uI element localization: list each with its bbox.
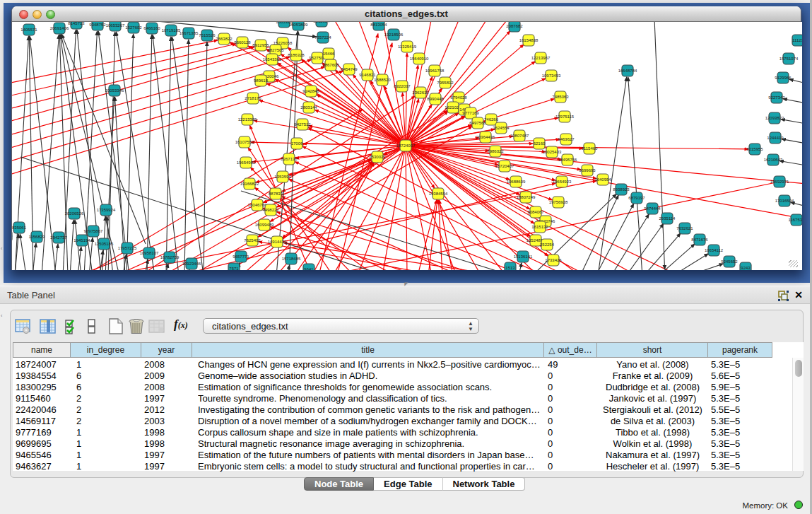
- svg-text:16154838: 16154838: [519, 38, 539, 42]
- svg-text:8511304: 8511304: [314, 22, 331, 23]
- svg-text:2935114: 2935114: [659, 216, 676, 221]
- svg-text:19384554: 19384554: [429, 192, 448, 196]
- svg-text:8186328: 8186328: [288, 53, 305, 57]
- svg-text:1513: 1513: [505, 266, 515, 270]
- svg-text:10958107: 10958107: [140, 251, 159, 255]
- svg-text:8813054: 8813054: [370, 23, 387, 27]
- svg-text:12093822: 12093822: [765, 116, 784, 120]
- svg-text:9084067: 9084067: [527, 210, 544, 214]
- svg-text:9777169: 9777169: [462, 111, 479, 115]
- svg-text:16053809: 16053809: [289, 23, 308, 27]
- svg-text:10807487: 10807487: [510, 134, 529, 138]
- svg-text:8267130: 8267130: [281, 157, 298, 161]
- svg-text:8912955: 8912955: [252, 43, 269, 47]
- svg-text:2942737: 2942737: [50, 235, 67, 240]
- svg-text:10688609: 10688609: [507, 180, 526, 184]
- svg-text:7571: 7571: [229, 267, 239, 270]
- svg-text:7485063: 7485063: [552, 95, 569, 99]
- svg-text:252254: 252254: [540, 243, 555, 247]
- svg-text:2867608: 2867608: [322, 63, 339, 67]
- svg-text:17016504: 17016504: [775, 199, 794, 203]
- svg-text:8145713: 8145713: [68, 22, 85, 25]
- svg-text:8660128: 8660128: [234, 40, 251, 45]
- svg-text:20364436: 20364436: [476, 135, 495, 139]
- svg-text:16648784: 16648784: [618, 69, 637, 73]
- svg-text:18495756: 18495756: [558, 158, 577, 162]
- svg-text:1527602: 1527602: [125, 25, 142, 30]
- svg-text:8215955: 8215955: [746, 147, 763, 151]
- svg-text:1733426: 1733426: [545, 258, 562, 262]
- svg-text:8990448: 8990448: [427, 97, 444, 101]
- svg-text:12213967: 12213967: [531, 56, 551, 60]
- svg-text:12505185: 12505185: [95, 242, 114, 246]
- svg-text:9827505: 9827505: [267, 48, 284, 52]
- svg-text:7986322: 7986322: [487, 149, 504, 153]
- svg-text:15692971: 15692971: [770, 180, 789, 184]
- svg-text:6466160: 6466160: [143, 26, 160, 30]
- svg-text:9641: 9641: [304, 267, 314, 270]
- svg-text:17006: 17006: [291, 141, 303, 146]
- svg-text:1945194: 1945194: [73, 238, 90, 243]
- svg-text:16107552: 16107552: [235, 140, 254, 144]
- svg-text:12975115: 12975115: [555, 115, 575, 119]
- svg-text:9463627: 9463627: [558, 137, 575, 141]
- svg-text:62160: 62160: [534, 141, 546, 146]
- svg-text:16210643: 16210643: [764, 158, 783, 162]
- svg-text:8322037: 8322037: [394, 84, 411, 88]
- svg-text:3624554: 3624554: [493, 126, 510, 130]
- svg-text:18807249: 18807249: [517, 195, 536, 199]
- svg-text:15640910: 15640910: [410, 57, 429, 61]
- svg-text:12923446: 12923446: [182, 262, 201, 266]
- svg-text:9245652: 9245652: [721, 259, 738, 264]
- svg-text:7625402: 7625402: [244, 238, 261, 243]
- svg-text:9227342: 9227342: [768, 95, 785, 100]
- svg-text:16782759: 16782759: [160, 255, 180, 259]
- svg-text:8471676: 8471676: [691, 238, 708, 242]
- svg-text:19756928: 19756928: [549, 200, 568, 204]
- svg-text:9657771: 9657771: [233, 255, 249, 259]
- svg-text:1156829: 1156829: [29, 235, 46, 239]
- svg-text:17957225: 17957225: [118, 246, 137, 250]
- svg-text:9115460: 9115460: [582, 146, 599, 151]
- svg-text:9348752: 9348752: [89, 23, 106, 27]
- svg-text:7663822: 7663822: [216, 37, 233, 41]
- svg-text:1362615: 1362615: [412, 90, 429, 95]
- svg-text:9474444: 9474444: [644, 206, 661, 211]
- svg-text:1615132: 1615132: [531, 225, 548, 229]
- svg-text:835061: 835061: [12, 226, 27, 230]
- svg-text:7515526: 7515526: [199, 33, 216, 37]
- svg-text:6879197: 6879197: [628, 196, 645, 200]
- svg-text:12213389: 12213389: [238, 117, 257, 122]
- svg-text:8454749: 8454749: [341, 67, 358, 71]
- svg-text:4498222: 4498222: [262, 208, 279, 212]
- svg-text:1353594: 1353594: [274, 175, 291, 179]
- svg-text:9129966: 9129966: [775, 76, 792, 80]
- svg-text:14914479: 14914479: [268, 240, 287, 244]
- svg-text:9243: 9243: [741, 266, 751, 270]
- svg-text:10719185: 10719185: [162, 28, 181, 33]
- svg-text:15751074: 15751074: [779, 57, 799, 61]
- svg-text:1244419: 1244419: [767, 136, 784, 140]
- svg-text:15466: 15466: [323, 52, 335, 56]
- svg-text:15136141: 15136141: [514, 255, 533, 259]
- svg-text:18724007: 18724007: [396, 144, 416, 148]
- svg-text:1405571: 1405571: [20, 28, 37, 32]
- svg-text:19166822: 19166822: [240, 182, 259, 186]
- svg-text:10654112: 10654112: [705, 248, 724, 252]
- svg-text:1588520: 1588520: [374, 78, 391, 82]
- svg-text:989618: 989618: [254, 78, 269, 83]
- svg-text:7357224: 7357224: [314, 35, 331, 40]
- svg-text:7955812: 7955812: [437, 81, 454, 85]
- svg-text:11325419: 11325419: [398, 45, 417, 49]
- svg-text:2803144: 2803144: [300, 105, 317, 110]
- svg-text:20053346: 20053346: [105, 88, 124, 93]
- svg-text:10973493: 10973493: [542, 74, 561, 78]
- svg-text:9427512: 9427512: [294, 122, 311, 127]
- svg-text:10961758: 10961758: [425, 69, 445, 73]
- svg-text:10653267: 10653267: [106, 23, 125, 28]
- svg-text:9146821: 9146821: [359, 73, 376, 77]
- svg-text:19654982: 19654982: [237, 160, 256, 165]
- svg-text:10025433: 10025433: [543, 150, 562, 154]
- svg-text:16046766: 16046766: [248, 203, 267, 207]
- svg-text:11123: 11123: [792, 38, 802, 42]
